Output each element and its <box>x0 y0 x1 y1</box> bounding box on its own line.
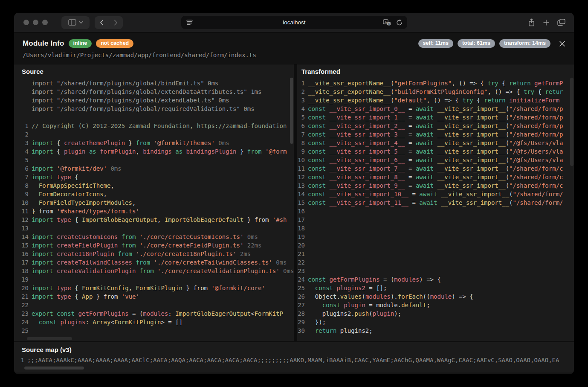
reader-button[interactable] <box>186 20 193 25</box>
plus-icon <box>543 19 550 26</box>
line-number: 7 <box>297 130 305 139</box>
address-bar[interactable]: localhost Ax <box>181 16 407 29</box>
code-line: 5const __vite_ssr_import_1__ = await __v… <box>297 113 574 122</box>
line-number: 17 <box>14 258 29 267</box>
reload-button[interactable] <box>396 19 403 26</box>
svg-text:A: A <box>385 20 387 24</box>
line-number: 3 <box>14 139 29 147</box>
line-number: 9 <box>297 147 305 156</box>
line-number: 1 <box>14 122 29 130</box>
browser-window: localhost Ax <box>14 13 574 374</box>
line-number: 29 <box>297 318 305 326</box>
source-vertical-scrollbar[interactable] <box>290 78 293 144</box>
transformed-panel: Transformed 1__vite_ssr_exportName__("ge… <box>297 64 574 341</box>
line-number: 14 <box>297 190 305 198</box>
line-number: 5 <box>14 156 29 164</box>
translate-icon: Ax <box>383 19 391 26</box>
code-line: 13 <box>14 224 294 233</box>
sidebar-icon <box>68 19 76 26</box>
sidebar-toggle-button[interactable] <box>61 16 90 29</box>
tabs-overview-icon <box>557 19 565 26</box>
source-panel-title: Source <box>14 64 294 77</box>
line-number: 15 <box>14 241 29 250</box>
timing-total-badge: total: 61ms <box>458 39 495 48</box>
code-line: 5 <box>14 156 294 164</box>
transformed-vertical-scrollbar[interactable] <box>570 78 574 166</box>
line-number: 8 <box>14 181 29 190</box>
minimize-window-button[interactable] <box>33 20 38 25</box>
not-cached-badge: not cached <box>96 39 133 48</box>
share-button[interactable] <box>528 18 535 26</box>
line-number: 23 <box>14 309 29 318</box>
code-line: 24 const plugins: Array<FormKitPlugin> =… <box>14 318 294 326</box>
line-number: 1 <box>297 79 305 87</box>
forward-button[interactable] <box>109 16 123 29</box>
line-number: 1 <box>14 356 24 364</box>
back-button[interactable] <box>95 16 109 29</box>
code-line: 11const __vite_ssr_import_7__ = await __… <box>297 164 574 173</box>
sourcemap-horizontal-scrollbar[interactable] <box>24 367 84 370</box>
line-number: 17 <box>297 215 305 224</box>
code-line: import "/shared/form/plugins/global/bind… <box>14 79 294 87</box>
code-line: 16import createI18nPlugin from './core/c… <box>14 250 294 258</box>
line-number: 13 <box>14 224 29 233</box>
forward-icon <box>114 20 118 26</box>
code-line: 2__vite_ssr_exportName__("buildFormKitPl… <box>297 87 574 96</box>
line-number: 23 <box>297 267 305 275</box>
code-line: 22 <box>14 301 294 309</box>
code-line: 12const __vite_ssr_import_8__ = await __… <box>297 173 574 181</box>
panel-divider <box>294 64 297 341</box>
line-number: 8 <box>297 139 305 147</box>
close-window-button[interactable] <box>23 20 29 25</box>
code-line: 21 <box>297 250 574 258</box>
source-horizontal-scrollbar[interactable] <box>27 337 72 340</box>
line-number: 27 <box>297 301 305 309</box>
browser-titlebar: localhost Ax <box>14 13 574 32</box>
code-line: 10const __vite_ssr_import_6__ = await __… <box>297 156 574 164</box>
line-number <box>14 79 29 87</box>
code-line: 20 <box>297 241 574 250</box>
line-number: 11 <box>297 164 305 173</box>
line-number: 4 <box>14 147 29 156</box>
new-tab-button[interactable] <box>543 19 550 26</box>
code-line: 9 FormDecoratorIcons, <box>14 190 294 198</box>
line-number: 22 <box>297 258 305 267</box>
line-number: 10 <box>297 156 305 164</box>
line-number: 18 <box>14 267 29 275</box>
translate-button[interactable]: Ax <box>383 19 391 26</box>
code-line: 6import '@formkit/dev' 0ms <box>14 164 294 173</box>
close-icon <box>559 41 565 47</box>
code-line: 6const __vite_ssr_import_2__ = await __v… <box>297 122 574 130</box>
module-path: /Users/vladimir/Projects/zammad/app/fron… <box>23 52 565 58</box>
zoom-window-button[interactable] <box>42 20 48 25</box>
sourcemap-code-area: 1;;;AAEA;AAAkC;AAAA;AAAA;AAAA;AAClC;AAEA… <box>14 356 574 370</box>
code-line: 1// Copyright (C) 2012-2025 Zammad Found… <box>14 122 294 130</box>
code-line <box>14 113 294 122</box>
code-line: 21import type { App } from 'vue' <box>14 292 294 301</box>
code-line: 3__vite_ssr_exportName__("default", () =… <box>297 96 574 105</box>
line-number: 4 <box>297 105 305 113</box>
code-line: 4import { plugin as formPlugin, bindings… <box>14 147 294 156</box>
tabs-overview-button[interactable] <box>557 19 565 26</box>
line-number: 25 <box>297 284 305 292</box>
line-number: 16 <box>297 207 305 215</box>
code-line: 1;;;AAEA;AAAkC;AAAA;AAAA;AAAA;AAClC;AAEA… <box>14 356 574 364</box>
code-line: 8const __vite_ssr_import_4__ = await __v… <box>297 139 574 147</box>
code-line: 19 <box>14 275 294 284</box>
close-button[interactable] <box>559 41 565 47</box>
code-line: 3import { createThemePlugin } from '@for… <box>14 139 294 147</box>
line-number: 7 <box>14 173 29 181</box>
code-line: 24const getFormPlugins = (modules) => { <box>297 275 574 284</box>
inline-badge: inline <box>69 39 92 48</box>
svg-text:x: x <box>388 22 390 25</box>
page-title: Module Info <box>23 39 64 48</box>
line-number: 22 <box>14 301 29 309</box>
code-line: 18 <box>297 224 574 233</box>
line-number: 30 <box>297 326 305 335</box>
line-number: 19 <box>297 233 305 241</box>
code-line: 23export const getFormPlugins = (modules… <box>14 309 294 318</box>
url-text: localhost <box>181 19 407 26</box>
code-line: 15const __vite_ssr_import_11__ = await _… <box>297 198 574 207</box>
code-line: 28 plugins2.push(plugin); <box>297 309 574 318</box>
code-line: 7import type { <box>14 173 294 181</box>
